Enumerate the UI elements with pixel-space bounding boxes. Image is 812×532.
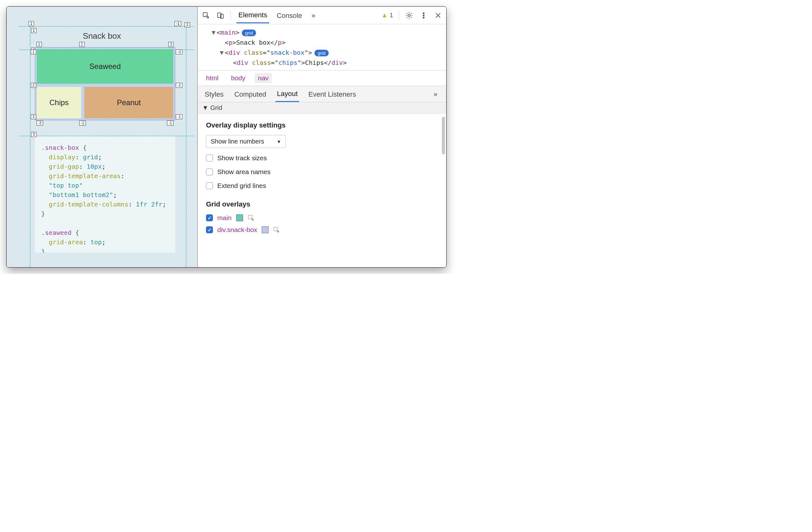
chevron-down-icon: ▼ (277, 139, 281, 144)
devtools-panel: Elements Console » ▲ 1 ▼<main>grid <p>Sn… (198, 6, 446, 267)
svg-point-3 (408, 14, 410, 16)
option-label: Extend grid lines (217, 182, 266, 190)
sidebar-tabs: Styles Computed Layout Event Listeners » (198, 86, 446, 102)
svg-point-5 (423, 15, 424, 16)
inspect-icon[interactable] (202, 11, 211, 20)
device-toggle-icon[interactable] (216, 11, 225, 20)
grid-line-number: -2 (176, 83, 183, 88)
subtab-styles[interactable]: Styles (203, 87, 225, 102)
grid-line-number: -3 (176, 50, 183, 54)
overlay-item-main: main (206, 214, 438, 222)
grid-line-vertical (30, 22, 30, 267)
tab-console[interactable]: Console (275, 8, 304, 23)
reveal-element-icon[interactable] (247, 214, 255, 221)
dom-node-p[interactable]: <p>Snack box</p> (212, 38, 446, 47)
layout-body: Overlay display settings Show line numbe… (198, 114, 446, 267)
grid-line-number: 1 (31, 28, 37, 33)
line-number-select[interactable]: Show line numbers ▼ (206, 135, 286, 148)
svg-point-4 (423, 13, 424, 14)
subtab-layout[interactable]: Layout (275, 86, 299, 102)
dom-node-chips[interactable]: <div class="chips">Chips</div> (212, 58, 446, 68)
grid-line-number: -2 (79, 121, 86, 126)
svg-point-6 (423, 17, 424, 18)
section-grid-label: Grid (211, 104, 222, 111)
close-icon[interactable] (434, 11, 443, 20)
reveal-element-icon[interactable] (273, 226, 280, 233)
warning-icon: ▲ (381, 12, 388, 19)
grid-line-number: 2 (185, 22, 190, 27)
chevron-down-icon: ▼ (202, 104, 208, 111)
cell-chips: Chips (37, 87, 81, 118)
grid-line-number: 2 (79, 42, 85, 47)
checkbox[interactable] (206, 168, 213, 175)
code-snippet: .snack-box { display: grid; grid-gap: 10… (35, 136, 175, 252)
select-value: Show line numbers (211, 138, 264, 145)
scrollbar[interactable] (442, 117, 445, 155)
option-label: Show track sizes (217, 154, 267, 162)
warning-count: 1 (390, 12, 393, 19)
option-label: Show area names (217, 168, 271, 176)
option-track-sizes[interactable]: Show track sizes (206, 154, 438, 162)
grid-line-number: 1 (37, 42, 42, 47)
breadcrumb: html body nav (198, 70, 446, 86)
checkbox[interactable] (206, 226, 213, 233)
crumb-nav[interactable]: nav (255, 73, 272, 83)
section-grid-header[interactable]: ▼ Grid (198, 102, 446, 114)
color-swatch[interactable] (236, 214, 243, 221)
subtabs-overflow[interactable]: » (432, 87, 440, 102)
grid-line-number: 1 (31, 50, 36, 54)
checkbox[interactable] (206, 155, 213, 162)
cell-seaweed: Seaweed (37, 49, 173, 84)
grid-badge[interactable]: grid (242, 30, 256, 36)
grid-overlays-heading: Grid overlays (206, 200, 438, 208)
checkbox[interactable] (206, 182, 213, 189)
snack-grid-inner: Seaweed Chips Peanut (37, 49, 173, 118)
divider (399, 11, 399, 20)
dom-node-snackbox[interactable]: ▼<div class="snack-box">grid (212, 47, 446, 58)
subtab-event-listeners[interactable]: Event Listeners (307, 87, 358, 102)
grid-line-number: 1 (29, 21, 34, 26)
option-extend-lines[interactable]: Extend grid lines (206, 182, 438, 190)
option-area-names[interactable]: Show area names (206, 168, 438, 176)
divider (231, 11, 231, 20)
grid-line-horizontal (19, 136, 194, 136)
grid-line-number: -3 (37, 121, 43, 126)
dom-tree[interactable]: ▼<main>grid <p>Snack box</p> ▼<div class… (198, 24, 446, 70)
overlay-item-snackbox: div.snack-box (206, 226, 438, 234)
gear-icon[interactable] (405, 11, 414, 20)
devtools-toolbar: Elements Console » ▲ 1 (198, 6, 446, 24)
cell-peanut: Peanut (84, 87, 173, 118)
overlay-name[interactable]: main (217, 214, 232, 222)
tab-elements[interactable]: Elements (236, 7, 269, 23)
grid-line-number: 2 (31, 83, 36, 88)
crumb-body[interactable]: body (228, 73, 249, 83)
grid-line-vertical (186, 22, 187, 267)
grid-line-horizontal (19, 26, 194, 27)
grid-line-number: -1 (175, 21, 181, 26)
grid-badge[interactable]: grid (315, 50, 329, 56)
grid-line-number: 3 (31, 132, 37, 137)
crumb-html[interactable]: html (203, 73, 222, 83)
grid-line-number: 3 (31, 114, 36, 119)
page-title: Snack box (16, 31, 188, 41)
overlay-settings-heading: Overlay display settings (206, 121, 438, 129)
grid-line-number: -1 (176, 114, 183, 119)
grid-line-number: -1 (167, 121, 174, 126)
warning-badge[interactable]: ▲ 1 (381, 12, 393, 19)
page-preview: 1 -1 2 1 2 3 Snack box 1 2 3 1 -3 2 -2 3… (6, 6, 198, 267)
kebab-menu-icon[interactable] (419, 11, 428, 20)
overlay-name[interactable]: div.snack-box (217, 226, 257, 234)
app-window: 1 -1 2 1 2 3 Snack box 1 2 3 1 -3 2 -2 3… (6, 6, 447, 268)
subtab-computed[interactable]: Computed (233, 87, 267, 102)
color-swatch[interactable] (262, 226, 269, 233)
checkbox[interactable] (206, 214, 213, 221)
grid-line-number: 3 (168, 42, 174, 47)
snack-box-grid: 1 2 3 1 -3 2 -2 3 -1 -3 -2 -1 Seaweed Ch… (35, 47, 175, 120)
tabs-overflow[interactable]: » (309, 8, 317, 23)
dom-node-main[interactable]: ▼<main>grid (212, 27, 446, 38)
